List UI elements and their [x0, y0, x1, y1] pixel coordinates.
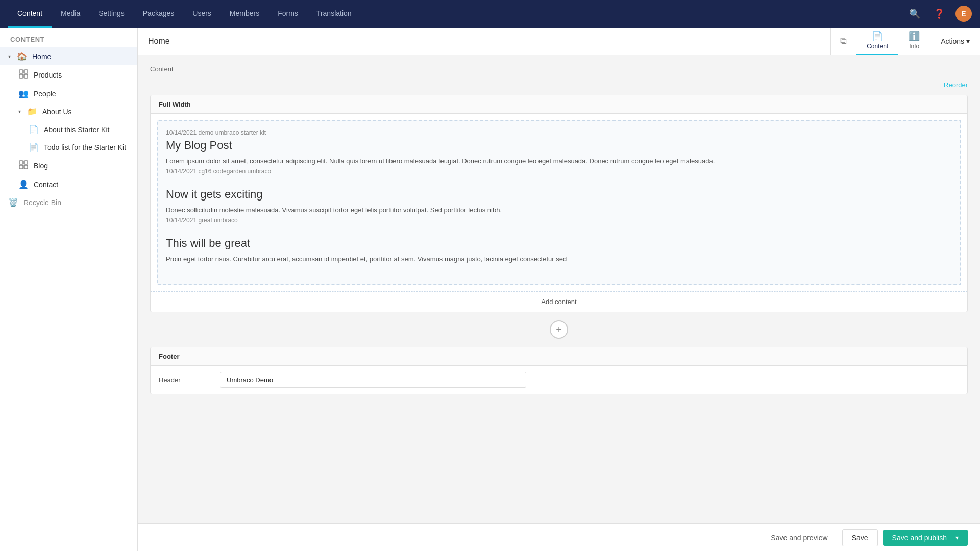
nav-item-packages[interactable]: Packages: [134, 0, 183, 28]
page-title-input[interactable]: [138, 37, 830, 46]
full-width-block: Full Width 10/14/2021 demo umbraco start…: [150, 95, 968, 312]
sidebar: Content ▾ 🏠 Home Products: [0, 28, 138, 551]
post-3-excerpt: Proin eget tortor risus. Curabitur arcu …: [166, 254, 952, 264]
post-3-title: This will be great: [166, 236, 952, 251]
sidebar-item-home[interactable]: ▾ 🏠 Home: [0, 47, 137, 65]
expand-icon[interactable]: ⧉: [830, 28, 856, 55]
footer-header-label: Header: [159, 376, 220, 384]
blog-post-2: Now it gets exciting Donec sollicitudin …: [166, 187, 952, 224]
post-2-tags: 10/14/2021 great umbraco: [166, 217, 952, 224]
top-navigation: Content Media Settings Packages Users Me…: [0, 0, 980, 28]
page-tabs: 📄 Content ℹ️ Info: [856, 28, 930, 55]
actions-button[interactable]: Actions ▾: [930, 28, 980, 55]
doc-icon-2: 📄: [29, 142, 39, 152]
footer-section: Footer Header: [150, 347, 968, 394]
add-section-button[interactable]: +: [550, 320, 568, 339]
sidebar-item-people[interactable]: 👥 People: [10, 85, 137, 103]
post-1-meta: 10/14/2021 demo umbraco starter kit: [166, 129, 952, 136]
tab-content[interactable]: 📄 Content: [856, 28, 898, 55]
post-1-tags: 10/14/2021 cg16 codegarden umbraco: [166, 168, 952, 175]
main-content: ⧉ 📄 Content ℹ️ Info Actions ▾ Content + …: [138, 28, 980, 551]
folder-icon: 📁: [27, 107, 37, 116]
save-publish-button[interactable]: Save and publish ▾: [883, 530, 968, 546]
sidebar-item-about-starter[interactable]: 📄 About this Starter Kit: [20, 120, 137, 138]
info-tab-icon: ℹ️: [909, 31, 920, 42]
save-button[interactable]: Save: [842, 529, 878, 546]
footer-section-header: Footer: [151, 347, 967, 366]
nav-item-users[interactable]: Users: [183, 0, 220, 28]
add-content-button[interactable]: Add content: [151, 291, 967, 312]
content-tab-icon: 📄: [872, 31, 883, 42]
nav-item-content[interactable]: Content: [8, 0, 52, 28]
nav-item-members[interactable]: Members: [220, 0, 268, 28]
nav-item-settings[interactable]: Settings: [89, 0, 134, 28]
user-avatar[interactable]: E: [955, 6, 972, 22]
trash-icon: 🗑️: [8, 197, 18, 207]
nav-icons: 🔍 ❓ E: [906, 6, 972, 22]
products-icon: [18, 69, 29, 81]
block-header: Full Width: [151, 95, 967, 114]
reorder-button[interactable]: + Reorder: [150, 81, 968, 89]
sidebar-item-blog[interactable]: Blog: [10, 156, 137, 176]
tab-info[interactable]: ℹ️ Info: [898, 28, 930, 55]
dashed-content-area: 10/14/2021 demo umbraco starter kit My B…: [157, 120, 961, 285]
help-icon[interactable]: ❓: [931, 6, 947, 22]
blog-post-3: This will be great Proin eget tortor ris…: [166, 236, 952, 264]
save-preview-button[interactable]: Save and preview: [762, 530, 837, 546]
post-2-excerpt: Donec sollicitudin molestie malesuada. V…: [166, 205, 952, 215]
svg-rect-0: [19, 70, 23, 73]
sidebar-header: Content: [0, 28, 137, 47]
post-2-title: Now it gets exciting: [166, 187, 952, 202]
svg-rect-1: [24, 70, 28, 73]
svg-rect-2: [19, 74, 23, 78]
footer-header-field: Header: [151, 366, 967, 394]
nav-item-forms[interactable]: Forms: [268, 0, 307, 28]
post-1-title: My Blog Post: [166, 138, 952, 153]
nav-item-translation[interactable]: Translation: [307, 0, 361, 28]
sidebar-item-contact[interactable]: 👤 Contact: [10, 176, 137, 193]
sidebar-item-recycle-bin[interactable]: 🗑️ Recycle Bin: [0, 193, 137, 211]
tree-toggle-about[interactable]: ▾: [18, 109, 21, 114]
contact-icon: 👤: [18, 180, 29, 189]
sidebar-item-products[interactable]: Products: [10, 65, 137, 85]
nav-item-media[interactable]: Media: [52, 0, 89, 28]
svg-rect-6: [19, 165, 23, 169]
page-header: ⧉ 📄 Content ℹ️ Info Actions ▾: [138, 28, 980, 55]
sidebar-item-todo-starter[interactable]: 📄 Todo list for the Starter Kit: [20, 138, 137, 156]
publish-arrow-icon[interactable]: ▾: [951, 534, 959, 541]
svg-rect-4: [19, 161, 23, 164]
people-icon: 👥: [18, 89, 29, 98]
add-section-area: +: [150, 320, 968, 339]
svg-rect-7: [24, 165, 28, 169]
block-body: 10/14/2021 demo umbraco starter kit My B…: [151, 120, 967, 312]
blog-post-1: 10/14/2021 demo umbraco starter kit My B…: [166, 129, 952, 175]
tree-toggle-home[interactable]: ▾: [8, 54, 11, 59]
post-1-excerpt: Lorem ipsum dolor sit amet, consectetur …: [166, 156, 952, 166]
search-icon[interactable]: 🔍: [906, 6, 923, 22]
svg-rect-3: [24, 74, 28, 78]
doc-icon-1: 📄: [29, 124, 39, 134]
bottom-bar: Save and preview Save Save and publish ▾: [138, 523, 980, 551]
section-label: Content: [150, 65, 968, 73]
home-icon: 🏠: [17, 52, 27, 61]
content-editor-area: Content + Reorder Full Width 10/14/2021 …: [138, 55, 980, 523]
sidebar-item-about-us[interactable]: ▾ 📁 About Us: [10, 103, 137, 120]
svg-rect-5: [24, 161, 28, 164]
blog-icon: [18, 160, 29, 171]
footer-header-input[interactable]: [220, 372, 526, 388]
